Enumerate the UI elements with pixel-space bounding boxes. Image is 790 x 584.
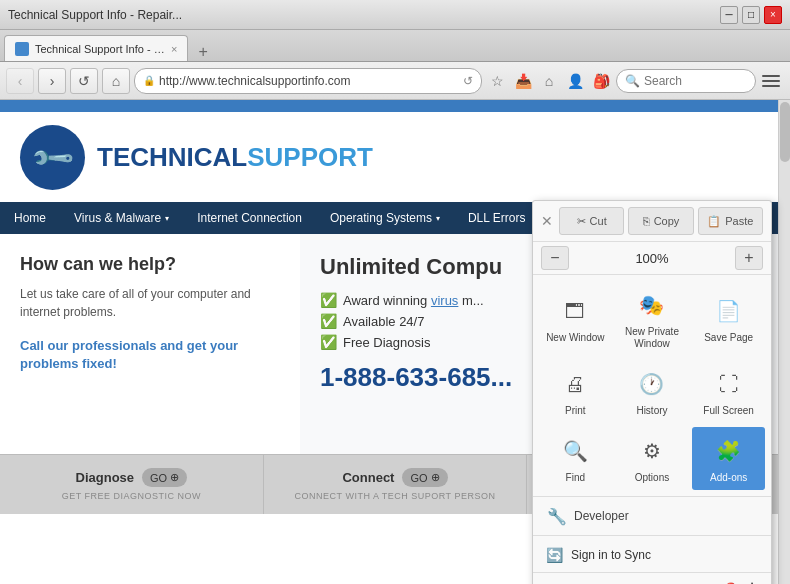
minimize-button[interactable]: ─ [720, 6, 738, 24]
footer-connect: Connect GO ⊕ CONNECT WITH A TECH SUPORT … [264, 455, 528, 514]
check-icon-1: ✅ [320, 292, 337, 308]
zoom-in-button[interactable]: + [735, 246, 763, 270]
maximize-button[interactable]: □ [742, 6, 760, 24]
menu-find[interactable]: 🔍 Find [539, 427, 612, 490]
print-label: Print [565, 405, 586, 417]
menu-developer[interactable]: 🔧 Developer [539, 499, 765, 533]
menu-close-x[interactable]: ✕ [541, 213, 553, 229]
add-ons-label: Add-ons [710, 472, 747, 484]
paste-button[interactable]: 📋 Paste [698, 207, 763, 235]
pocket-icon[interactable]: 🎒 [590, 70, 612, 92]
customize-button[interactable]: ⊞ Customize ❓ ⏻ [533, 575, 771, 584]
full-screen-icon: ⛶ [713, 368, 745, 400]
site-logo-icon [20, 125, 85, 190]
hamburger-line-3 [762, 85, 780, 87]
nav-internet[interactable]: Internet Connection [183, 202, 316, 234]
menu-save-page[interactable]: 📄 Save Page [692, 281, 765, 356]
nav-virus[interactable]: Virus & Malware ▾ [60, 202, 183, 234]
tab-title: Technical Support Info - Repair... [35, 43, 165, 55]
logo-support: SUPPORT [247, 142, 373, 172]
save-page-icon: 📄 [713, 295, 745, 327]
full-screen-label: Full Screen [703, 405, 754, 417]
history-icon: 🕐 [636, 368, 668, 400]
zoom-value: 100% [573, 251, 731, 266]
cut-icon: ✂ [577, 215, 586, 228]
reload-button[interactable]: ↺ [70, 68, 98, 94]
menu-button[interactable] [760, 69, 784, 93]
footer-diagnose-title: Diagnose [76, 470, 135, 485]
downloads-icon[interactable]: 📥 [512, 70, 534, 92]
print-icon: 🖨 [559, 368, 591, 400]
address-bar[interactable]: 🔒 ↺ [134, 68, 482, 94]
site-cta-link[interactable]: Call our professionals and get your prob… [20, 338, 238, 371]
site-body-text: Let us take care of all of your computer… [20, 285, 280, 321]
find-icon: 🔍 [559, 435, 591, 467]
browser-tab[interactable]: Technical Support Info - Repair... × [4, 35, 188, 61]
search-input[interactable] [644, 74, 744, 88]
history-label: History [636, 405, 667, 417]
cut-button[interactable]: ✂ Cut [559, 207, 624, 235]
menu-divider [533, 572, 771, 573]
back-button[interactable]: ‹ [6, 68, 34, 94]
reader-icon[interactable]: 👤 [564, 70, 586, 92]
paste-label: Paste [725, 215, 753, 227]
new-window-label: New Window [546, 332, 604, 344]
save-page-label: Save Page [704, 332, 753, 344]
address-input[interactable] [159, 74, 459, 88]
menu-full-screen[interactable]: ⛶ Full Screen [692, 360, 765, 423]
menu-zoom-row: − 100% + [533, 242, 771, 275]
tab-close-button[interactable]: × [171, 43, 177, 55]
menu-history[interactable]: 🕐 History [616, 360, 689, 423]
developer-icon: 🔧 [545, 504, 569, 528]
sign-in-sync-button[interactable]: 🔄 Sign in to Sync [533, 540, 771, 570]
options-icon: ⚙ [636, 435, 668, 467]
window-title: Technical Support Info - Repair... [8, 8, 720, 22]
feature-3-text: Free Diagnosis [343, 335, 430, 350]
add-ons-icon: 🧩 [713, 435, 745, 467]
copy-label: Copy [654, 215, 680, 227]
copy-button[interactable]: ⎘ Copy [628, 207, 693, 235]
site-heading: How can we help? [20, 254, 280, 275]
menu-new-window[interactable]: 🗔 New Window [539, 281, 612, 356]
home-button[interactable]: ⌂ [102, 68, 130, 94]
feature-2-text: Available 24/7 [343, 314, 424, 329]
bookmarks-icon[interactable]: ☆ [486, 70, 508, 92]
menu-bottom: 🔄 Sign in to Sync ⊞ Customize ❓ ⏻ [533, 536, 771, 584]
new-private-window-icon: 🎭 [636, 289, 668, 321]
home-nav-icon[interactable]: ⌂ [538, 70, 560, 92]
new-tab-button[interactable]: + [192, 43, 213, 61]
menu-panel: ✕ ✂ Cut ⎘ Copy 📋 Paste − 100% + 🗔 [532, 200, 772, 584]
forward-button[interactable]: › [38, 68, 66, 94]
new-window-icon: 🗔 [559, 295, 591, 327]
nav-os[interactable]: Operating Systems ▾ [316, 202, 454, 234]
options-label: Options [635, 472, 669, 484]
paste-icon: 📋 [707, 215, 721, 228]
search-bar[interactable]: 🔍 [616, 69, 756, 93]
site-left-panel: How can we help? Let us take care of all… [0, 234, 300, 454]
page-refresh-icon[interactable]: ↺ [463, 74, 473, 88]
nav-home[interactable]: Home [0, 202, 60, 234]
scrollbar[interactable] [778, 100, 790, 584]
check-icon-2: ✅ [320, 313, 337, 329]
title-bar: Technical Support Info - Repair... ─ □ × [0, 0, 790, 30]
nav-dll[interactable]: DLL Errors [454, 202, 540, 234]
nav-bar: ‹ › ↺ ⌂ 🔒 ↺ ☆ 📥 ⌂ 👤 🎒 🔍 [0, 62, 790, 100]
menu-options[interactable]: ⚙ Options [616, 427, 689, 490]
footer-connect-go[interactable]: GO ⊕ [402, 468, 447, 487]
new-private-window-label: New Private Window [620, 326, 685, 350]
footer-diagnose: Diagnose GO ⊕ GET FREE DIAGNOSTIC NOW [0, 455, 264, 514]
footer-diagnose-go[interactable]: GO ⊕ [142, 468, 187, 487]
menu-add-ons[interactable]: 🧩 Add-ons [692, 427, 765, 490]
nav-icons: ☆ 📥 ⌂ 👤 🎒 [486, 70, 612, 92]
tab-favicon [15, 42, 29, 56]
menu-print[interactable]: 🖨 Print [539, 360, 612, 423]
sign-in-label: Sign in to Sync [571, 548, 651, 562]
close-button[interactable]: × [764, 6, 782, 24]
menu-new-private-window[interactable]: 🎭 New Private Window [616, 281, 689, 356]
footer-connect-title: Connect [342, 470, 394, 485]
site-header: TECHNICALSUPPORT [0, 112, 790, 202]
zoom-out-button[interactable]: − [541, 246, 569, 270]
tab-bar: Technical Support Info - Repair... × + [0, 30, 790, 62]
scrollbar-thumb[interactable] [780, 102, 790, 162]
footer-diagnose-sub: GET FREE DIAGNOSTIC NOW [62, 491, 201, 501]
